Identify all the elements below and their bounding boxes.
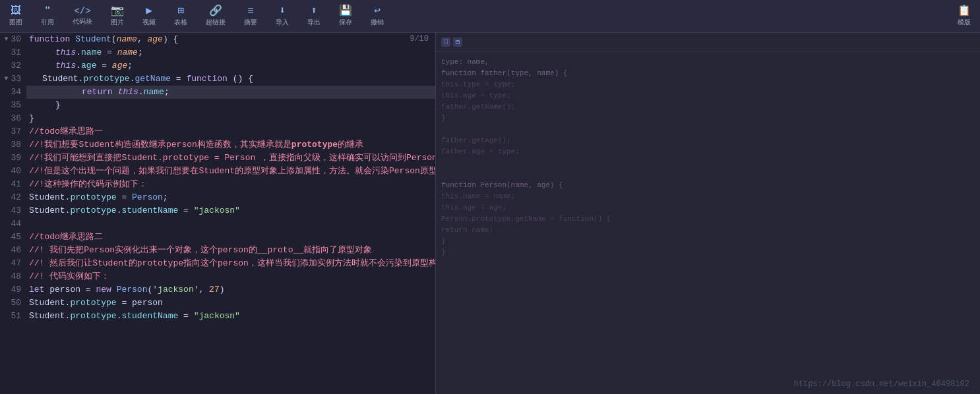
eq7: =: [117, 296, 132, 310]
preview-line-6: father.getName();: [441, 101, 975, 113]
table-label: 表格: [174, 18, 187, 27]
toolbar-hyperlink[interactable]: 🔗 超链接: [202, 5, 230, 28]
fn-kw: function: [186, 72, 227, 86]
code-line-45: //todo继承思路二: [26, 231, 435, 244]
num-27: 27: [209, 283, 220, 296]
dot5: .: [117, 310, 122, 323]
toolbar-code-block[interactable]: </> 代码块: [69, 5, 96, 28]
code-line-38: //!我们想要Student构造函数继承person构造函数，其实继承就是pro…: [26, 138, 435, 152]
toolbar-table[interactable]: ⊞ 表格: [170, 5, 191, 28]
preview-line-blank: [441, 124, 975, 135]
toolbar-template[interactable]: 📋 模版: [954, 5, 975, 28]
empty-44: [29, 217, 34, 231]
code-line-48: //! 代码实例如下：: [26, 270, 435, 283]
preview-btn-1[interactable]: □: [441, 38, 450, 47]
preview-line-blank3: [441, 169, 975, 180]
dot2: .: [76, 59, 81, 72]
toolbar-citation[interactable]: ❝ 引用: [37, 5, 58, 28]
prototype-5: prototype: [70, 310, 116, 323]
preview-line-13: Person.prototype.getName = function() {: [441, 213, 975, 225]
comment-40: //!但是这个出现一个问题，如果我们想要在Student的原型对象上添加属性，方…: [29, 165, 435, 178]
export-icon: ⬆: [311, 6, 317, 16]
summary-icon: ≡: [247, 6, 254, 16]
preview-panel: □ ⊟ type: name, function father(type, na…: [435, 33, 980, 394]
new-kw: new: [96, 283, 111, 296]
preview-line-16: }: [441, 247, 975, 258]
toolbar-import[interactable]: ⬇ 导入: [272, 5, 293, 28]
str-jackosn: "jackosn": [194, 204, 240, 217]
line-num-46: 46: [0, 244, 21, 257]
photo-icon: 📷: [111, 6, 124, 16]
preview-content: type: name, function father(type, name) …: [436, 51, 980, 394]
close-paren: ): [220, 283, 225, 296]
preview-btn-2[interactable]: ⊟: [453, 38, 462, 47]
preview-line-4: this.age = type;: [441, 90, 975, 101]
code-line-50: Student. prototype = person: [26, 296, 435, 310]
fn-parens: () {: [228, 72, 253, 86]
space: [70, 33, 75, 46]
student-proto-4: Student.: [29, 296, 70, 310]
line-num-39: 39: [0, 152, 21, 165]
line-num-43: 43: [0, 204, 21, 217]
preview-line-14: return name;: [441, 225, 975, 236]
let-kw: let: [29, 283, 44, 296]
line-num-50: 50: [0, 296, 21, 310]
person-var: person: [49, 283, 80, 296]
line-num-51: 51: [0, 310, 21, 323]
toolbar-export[interactable]: ⬆ 导出: [303, 5, 324, 28]
code-line-35: }: [26, 99, 435, 112]
student-proto-3: Student.: [29, 204, 70, 217]
toolbar-image[interactable]: 🖼 图图: [5, 5, 26, 28]
page-counter: 9/10: [410, 34, 429, 43]
toolbar-summary[interactable]: ≡ 摘要: [240, 5, 261, 28]
prototype-3: prototype: [70, 204, 116, 217]
this-keyword: this: [55, 46, 76, 59]
prototype: prototype: [83, 72, 129, 86]
line-num-33: ▼33: [0, 72, 21, 86]
code-line-37: //todo继承思路一: [26, 125, 435, 138]
undo-label: 撤销: [371, 18, 384, 27]
dot: .: [76, 46, 81, 59]
fold-arrow-30[interactable]: ▼: [4, 33, 8, 46]
str-jackosn2: "jackosn": [194, 310, 240, 323]
code-line-40: //!但是这个出现一个问题，如果我们想要在Student的原型对象上添加属性，方…: [26, 165, 435, 178]
prop-name: name: [81, 46, 102, 59]
preview-line-12: this.age = age;: [441, 202, 975, 213]
eq4: =: [117, 191, 132, 204]
preview-toolbar: □ ⊟: [436, 33, 980, 51]
val-name: name: [117, 46, 138, 59]
preview-line-11: this.name = name;: [441, 191, 975, 202]
eq2: =: [96, 59, 111, 72]
person-ctor: Person: [117, 283, 148, 296]
code-line-34: return this . name ;: [26, 86, 435, 99]
hyperlink-label: 超链接: [206, 18, 226, 27]
this-keyword-2: this: [55, 59, 76, 72]
import-label: 导入: [276, 18, 289, 27]
toolbar-video[interactable]: ▶ 视频: [138, 5, 160, 28]
person-ref2: person: [132, 296, 163, 310]
line-num-45: 45: [0, 231, 21, 244]
keyword-function: function: [29, 33, 70, 46]
toolbar-undo[interactable]: ↩ 撤销: [367, 5, 388, 28]
url-bar: https://blog.csdn.net/weixin_46498102: [794, 380, 969, 389]
code-line-44: [26, 217, 435, 231]
comment-48: //! 代码实例如下：: [29, 270, 109, 283]
photo-label: 图片: [111, 18, 124, 27]
fold-arrow-33[interactable]: ▼: [4, 72, 8, 86]
dot4: .: [117, 204, 122, 217]
toolbar-photo[interactable]: 📷 图片: [107, 5, 128, 28]
preview-line-1: type: name,: [441, 57, 975, 68]
code-line-39: //!我们可能想到直接把Student.prototype = Person ，…: [26, 152, 435, 165]
code-line-47: //! 然后我们让Student的prototype指向这个person，这样当…: [26, 257, 435, 270]
line-num-41: 41: [0, 178, 21, 191]
preview-line-3: this.type = type;: [441, 79, 975, 90]
video-icon: ▶: [146, 6, 152, 16]
fn-name-student: Student: [75, 33, 111, 46]
code-content: ▼30 31 32 ▼33 34 35 36 37 38 39 40 41 42…: [0, 33, 435, 394]
template-icon: 📋: [958, 6, 971, 16]
toolbar-save[interactable]: 💾 保存: [335, 5, 356, 28]
semi4: ;: [163, 191, 168, 204]
line-num-34: 34: [0, 86, 21, 99]
comment-41: //!这种操作的代码示例如下：: [29, 178, 147, 191]
close-brace-2: }: [29, 112, 34, 125]
